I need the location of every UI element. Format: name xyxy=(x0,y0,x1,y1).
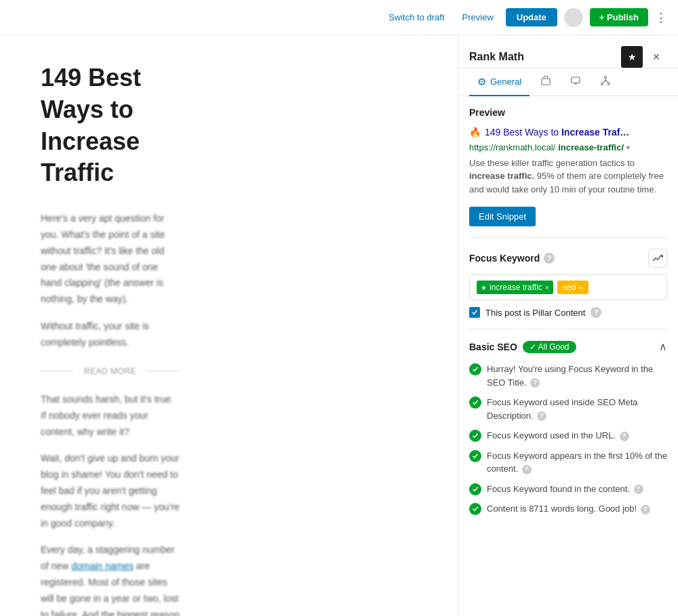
check-icon-4 xyxy=(469,483,481,495)
tab-social[interactable] xyxy=(532,68,559,96)
seo-check-text-5: Content is 8711 words long. Good job! ? xyxy=(487,502,667,516)
all-good-text: ✓ All Good xyxy=(530,342,570,352)
tab-schema[interactable] xyxy=(562,68,589,96)
post-editor: 149 Best Ways to Increase Traffic Here's… xyxy=(0,35,220,616)
svg-point-3 xyxy=(601,83,603,85)
read-more-divider: READ MORE xyxy=(41,365,180,378)
star-button[interactable]: ★ xyxy=(621,46,643,68)
tab-general[interactable]: ⚙ General xyxy=(469,69,530,96)
seo-check-5: Content is 8711 words long. Good job! ? xyxy=(469,502,667,516)
preview-title: 🔥 149 Best Ways to Increase Traf… xyxy=(469,126,667,140)
avatar-button[interactable] xyxy=(564,8,583,27)
post-title[interactable]: 149 Best Ways to Increase Traffic xyxy=(41,62,180,189)
sidebar-header: Rank Math ★ × xyxy=(458,35,678,68)
trend-icon[interactable] xyxy=(648,249,667,268)
keyword-input-box[interactable]: ★ increase traffic × seo × xyxy=(469,274,667,300)
check-help-4[interactable]: ? xyxy=(634,485,643,494)
tab-advanced[interactable] xyxy=(592,68,619,96)
check-help-2[interactable]: ? xyxy=(620,432,629,441)
briefcase-icon xyxy=(540,75,551,88)
seo-check-0: Hurray! You're using Focus Keyword in th… xyxy=(469,363,667,389)
check-help-5[interactable]: ? xyxy=(641,505,650,514)
sidebar-tabs: ⚙ General xyxy=(458,68,678,96)
preview-button[interactable]: Preview xyxy=(457,9,499,25)
preview-title-text: 149 Best Ways to xyxy=(485,127,561,138)
section-divider-2 xyxy=(469,329,667,329)
fire-emoji: 🔥 xyxy=(469,127,481,138)
preview-url: https://rankmath.local/increase-traffic/… xyxy=(469,142,667,152)
svg-rect-1 xyxy=(572,77,580,83)
check-help-3[interactable]: ? xyxy=(522,465,532,474)
paragraph-1: Here's a very apt question for you. What… xyxy=(41,211,180,308)
basic-seo-title: Basic SEO xyxy=(469,342,517,352)
edit-snippet-button[interactable]: Edit Snippet xyxy=(469,207,536,226)
basic-seo-header: Basic SEO ✓ All Good ∧ xyxy=(469,340,667,353)
screen-icon xyxy=(570,75,581,88)
publish-label: + Publish xyxy=(599,12,639,22)
seo-check-text-4: Focus Keyword found in the content. ? xyxy=(487,482,667,496)
remove-increase-traffic[interactable]: × xyxy=(545,283,549,291)
preview-url-bold: increase-traffic/ xyxy=(558,142,624,152)
basic-seo-title-row: Basic SEO ✓ All Good xyxy=(469,341,576,353)
preview-section-title: Preview xyxy=(469,107,667,118)
tab-general-label: General xyxy=(490,77,521,87)
desc-start: Use these killer traffic generation tact… xyxy=(469,158,635,168)
paragraph-5: Every day, a staggering number of new do… xyxy=(41,542,180,616)
close-button[interactable]: × xyxy=(645,46,667,68)
publish-button[interactable]: + Publish xyxy=(590,8,648,26)
preview-url-base: https://rankmath.local/ xyxy=(469,142,555,152)
seo-check-list: Hurray! You're using Focus Keyword in th… xyxy=(469,363,667,516)
paragraph-3: That sounds harsh, but it's true. If nob… xyxy=(41,392,180,440)
network-icon xyxy=(600,75,611,88)
svg-rect-0 xyxy=(542,79,550,85)
check-icon-5 xyxy=(469,503,481,515)
focus-keyword-text: Focus Keyword xyxy=(469,253,540,264)
preview-title-bold: Increase Traf… xyxy=(561,127,629,138)
divider-line-left xyxy=(41,371,73,371)
seo-check-text-3: Focus Keyword appears in the first 10% o… xyxy=(487,449,667,476)
sidebar-header-actions: ★ × xyxy=(621,46,667,68)
switch-to-draft-button[interactable]: Switch to draft xyxy=(383,9,450,25)
more-options-button[interactable]: ⋮ xyxy=(655,10,667,25)
update-button[interactable]: Update xyxy=(506,8,557,26)
seo-check-3: Focus Keyword appears in the first 10% o… xyxy=(469,449,667,476)
check-help-1[interactable]: ? xyxy=(537,411,546,421)
focus-keyword-header: Focus Keyword ? xyxy=(469,249,667,268)
seo-check-1: Focus Keyword used inside SEO Meta Descr… xyxy=(469,396,667,422)
desc-bold: increase traffic. xyxy=(469,171,534,181)
check-icon-3 xyxy=(469,450,481,462)
seo-check-text-2: Focus Keyword used in the URL. ? xyxy=(487,429,667,443)
check-icon-0 xyxy=(469,363,481,375)
sidebar-content: Preview 🔥 149 Best Ways to Increase Traf… xyxy=(458,96,678,616)
all-good-badge: ✓ All Good xyxy=(523,341,576,353)
focus-keyword-help-icon[interactable]: ? xyxy=(544,253,555,264)
seo-check-text-0: Hurray! You're using Focus Keyword in th… xyxy=(487,363,667,389)
preview-box: 🔥 149 Best Ways to Increase Traf… https:… xyxy=(469,126,667,196)
rankmath-sidebar: Rank Math ★ × ⚙ General xyxy=(458,35,678,616)
remove-seo[interactable]: × xyxy=(579,283,583,291)
basic-seo-collapse-button[interactable]: ∧ xyxy=(659,340,667,353)
keyword-tag-increase-traffic: ★ increase traffic × xyxy=(477,281,553,294)
seo-check-text-1: Focus Keyword used inside SEO Meta Descr… xyxy=(487,396,667,422)
pillar-content-row: This post is Pillar Content ? xyxy=(469,307,667,318)
post-body: Here's a very apt question for you. What… xyxy=(41,211,180,616)
paragraph-2: Without traffic, your site is completely… xyxy=(41,319,180,351)
keyword-text-increase: increase traffic xyxy=(490,283,542,292)
pillar-content-help-icon[interactable]: ? xyxy=(591,307,601,318)
svg-point-4 xyxy=(608,83,610,85)
preview-description: Use these killer traffic generation tact… xyxy=(469,157,667,197)
pillar-content-label: This post is Pillar Content xyxy=(485,308,585,318)
check-help-0[interactable]: ? xyxy=(530,378,540,388)
url-dropdown-arrow[interactable]: ▾ xyxy=(626,144,630,151)
svg-point-2 xyxy=(605,77,607,79)
domain-link[interactable]: domain names xyxy=(71,560,134,571)
check-icon-2 xyxy=(469,430,481,442)
check-icon-1 xyxy=(469,396,481,409)
sidebar-title: Rank Math xyxy=(469,51,524,63)
read-more-label: READ MORE xyxy=(84,365,136,378)
seo-check-4: Focus Keyword found in the content. ? xyxy=(469,482,667,496)
pillar-content-checkbox[interactable] xyxy=(469,307,480,318)
focus-keyword-label: Focus Keyword ? xyxy=(469,253,555,264)
seo-check-2: Focus Keyword used in the URL. ? xyxy=(469,429,667,443)
divider-line-right xyxy=(147,371,180,371)
